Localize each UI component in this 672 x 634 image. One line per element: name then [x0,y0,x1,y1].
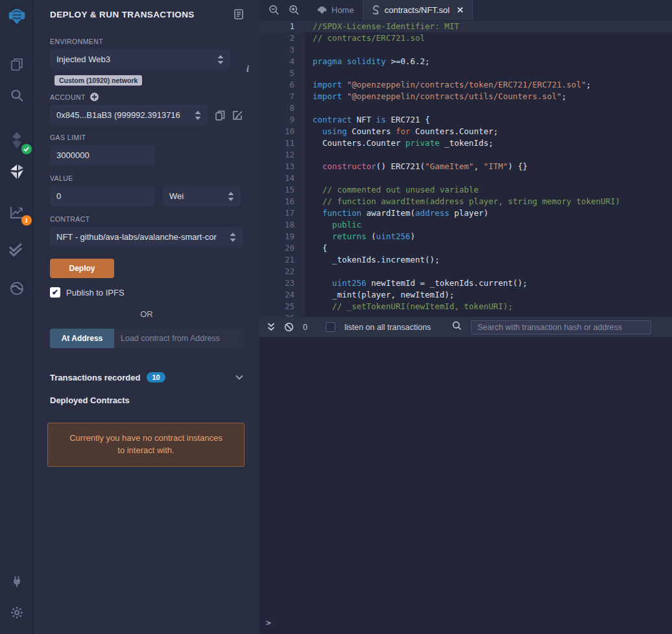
account-select[interactable]: 0x845...B1aB3 (999992.3913716 [50,105,208,125]
contract-select[interactable]: NFT - github/ava-labs/avalanche-smart-co… [50,227,243,247]
code-line[interactable]: 2// contracts/ERC721.sol [259,32,672,44]
code-text [305,67,313,79]
value-input[interactable] [50,186,155,206]
line-number: 4 [259,56,305,67]
tab-contracts-nft-sol[interactable]: contracts/NFT.sol ✕ [363,0,473,20]
updown-icon [195,111,201,120]
solidity-file-icon [372,5,380,15]
line-number: 14 [259,172,305,184]
line-number: 7 [259,91,305,102]
terminal-prompt: > [266,618,271,628]
code-editor[interactable]: 1//SPDX-License-Identifier: MIT2// contr… [259,20,672,317]
zoom-out-icon[interactable] [269,5,280,16]
transactions-recorded-toggle[interactable]: Transactions recorded 10 [50,372,243,382]
collapse-terminal-icon[interactable] [267,323,275,331]
code-line[interactable]: 19 returns (uint256) [259,231,672,242]
code-line[interactable]: 7import "@openzeppelin/contracts/utils/C… [259,91,672,102]
code-text: // contracts/ERC721.sol [305,32,425,44]
debugger-icon[interactable] [6,277,28,299]
contract-label: CONTRACT [50,215,243,223]
code-line[interactable]: 22 [259,266,672,277]
publish-ipfs-checkbox[interactable]: ✔ Publish to IPFS [50,287,243,298]
remix-ide-window: 1 [0,0,672,634]
tab-home[interactable]: Home [309,0,363,20]
terminal-toolbar: 0 listen on all transactions [259,317,672,337]
line-number: 11 [259,137,305,149]
settings-icon[interactable] [6,602,28,624]
code-text: _tokenIds.increment(); [305,254,440,266]
code-line[interactable]: 11 Counters.Counter private _tokenIds; [259,137,672,149]
code-line[interactable]: 3 [259,44,672,56]
remix-logo[interactable] [6,5,28,27]
transactions-count-badge: 10 [147,372,165,382]
code-line[interactable]: 1//SPDX-License-Identifier: MIT [259,21,672,32]
plugin-manager-icon[interactable] [6,570,28,593]
network-badge: Custom (10920) network [54,75,142,86]
copy-account-icon[interactable] [215,110,225,121]
code-line[interactable]: 9contract NFT is ERC721 { [259,114,672,126]
line-number: 8 [259,102,305,114]
at-address-input[interactable] [114,329,243,348]
code-line[interactable]: 5 [259,67,672,79]
updown-icon [230,233,236,242]
zoom-in-icon[interactable] [289,5,300,16]
checkbox-checked-icon: ✔ [50,287,60,298]
deploy-button[interactable]: Deploy [50,259,114,278]
no-instances-alert: Currently you have no contract instances… [47,423,245,467]
code-text: // _setTokenURI(newItemId, tokenURI); [305,301,513,312]
code-line[interactable]: 23 uint256 newItemId = _tokenIds.current… [259,277,672,289]
at-address-button[interactable]: At Address [50,329,114,348]
code-line[interactable]: 16 // function awardItem(address player,… [259,196,672,207]
code-text [305,266,313,277]
clear-console-icon[interactable] [284,322,294,332]
code-line[interactable]: 18 public [259,219,672,231]
deploy-run-icon[interactable] [6,161,28,183]
code-line[interactable]: 20 { [259,242,672,254]
line-number: 15 [259,184,305,196]
search-icon[interactable] [6,84,28,106]
environment-select[interactable]: Injected Web3 [50,49,230,69]
code-line[interactable]: 21 _tokenIds.increment(); [259,254,672,266]
remix-logo-icon [317,5,327,15]
code-line[interactable]: 8 [259,102,672,114]
line-number: 1 [259,21,305,32]
add-account-icon[interactable] [90,93,99,101]
code-line[interactable]: 12 [259,149,672,161]
code-line[interactable]: 6import "@openzeppelin/contracts/token/E… [259,79,672,91]
line-number: 16 [259,196,305,207]
or-divider: OR [50,309,243,319]
listen-all-tx-checkbox[interactable] [326,322,335,332]
static-analysis-icon[interactable]: 1 [6,201,28,223]
code-line[interactable]: 15 // commented out unused variable [259,184,672,196]
code-text: Counters.Counter private _tokenIds; [305,137,493,149]
value-label: VALUE [50,174,243,182]
value-unit-select[interactable]: Wei [163,186,241,206]
code-text: import "@openzeppelin/contracts/utils/Co… [305,91,566,102]
code-line[interactable]: 26 [259,312,672,317]
solidity-compiler-icon[interactable] [6,130,28,152]
code-text: public [305,219,361,231]
account-label: ACCOUNT [50,93,86,101]
terminal-output[interactable]: > [259,337,672,634]
code-line[interactable]: 4pragma solidity >=0.6.2; [259,56,672,67]
terminal-search-input[interactable] [471,320,651,335]
file-explorer-icon[interactable] [6,53,28,75]
line-number: 12 [259,149,305,161]
code-line[interactable]: 10 using Counters for Counters.Counter; [259,126,672,137]
code-text: _mint(player, newItemId); [305,289,454,301]
environment-info-icon[interactable]: i [246,64,249,75]
gas-limit-input[interactable] [50,145,155,165]
code-line[interactable]: 17 function awardItem(address player) [259,207,672,219]
close-tab-icon[interactable]: ✕ [457,5,464,15]
code-line[interactable]: 14 [259,172,672,184]
code-text: //SPDX-License-Identifier: MIT [305,21,459,32]
edit-account-icon[interactable] [233,110,243,121]
code-text: returns (uint256) [305,231,415,242]
unit-testing-icon[interactable] [6,239,28,261]
code-line[interactable]: 13 constructor() ERC721("GameItem", "ITM… [259,161,672,172]
updown-icon [228,192,234,201]
code-line[interactable]: 24 _mint(player, newItemId); [259,289,672,301]
line-number: 13 [259,161,305,172]
documentation-icon[interactable] [234,9,243,19]
code-line[interactable]: 25 // _setTokenURI(newItemId, tokenURI); [259,301,672,312]
